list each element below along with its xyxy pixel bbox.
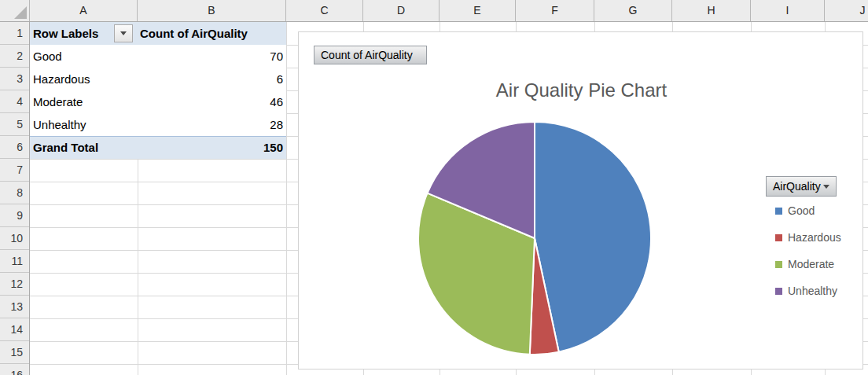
select-all-button[interactable]	[0, 0, 30, 21]
legend-label: Hazardous	[788, 231, 841, 244]
row-header-3[interactable]: 3	[0, 68, 29, 90]
column-header-H[interactable]: H	[672, 0, 751, 21]
row-header-15[interactable]: 15	[0, 341, 29, 364]
grand-total-label[interactable]: Grand Total	[33, 137, 98, 159]
row-header-11[interactable]: 11	[0, 250, 29, 273]
pivot-grand-total-row[interactable]: Grand Total 150	[30, 136, 286, 159]
excel-worksheet: ABCDEFGHIJ 12345678910111213141516 Row L…	[0, 0, 868, 375]
legend-field-button-label: AirQuality	[773, 180, 821, 193]
row-header-10[interactable]: 10	[0, 227, 29, 250]
legend-label: Moderate	[788, 258, 834, 270]
legend-label: Good	[788, 204, 815, 217]
column-header-F[interactable]: F	[516, 0, 594, 21]
row-header-14[interactable]: 14	[0, 318, 29, 341]
column-header-E[interactable]: E	[440, 0, 516, 21]
value-field-button-label: Count of AirQuality	[321, 49, 413, 61]
grand-total-value[interactable]: 150	[138, 137, 286, 159]
row-header-8[interactable]: 8	[0, 182, 29, 204]
legend-label: Unhealthy	[788, 285, 837, 297]
row-header-5[interactable]: 5	[0, 113, 29, 136]
legend-field-button[interactable]: AirQuality	[766, 176, 837, 197]
dropdown-arrow-icon	[120, 31, 127, 35]
legend-swatch-icon	[775, 288, 782, 295]
row-header-9[interactable]: 9	[0, 204, 29, 227]
pivot-row-value[interactable]: 46	[138, 90, 286, 113]
legend-swatch-icon	[775, 208, 782, 215]
dropdown-arrow-icon	[823, 185, 829, 189]
legend-item-moderate[interactable]: Moderate	[775, 257, 841, 271]
legend-item-hazardous[interactable]: Hazardous	[775, 230, 841, 244]
pivot-row: Hazardous6	[30, 68, 286, 90]
column-header-A[interactable]: A	[30, 0, 138, 21]
legend-item-good[interactable]: Good	[775, 204, 841, 218]
pivot-row-value[interactable]: 70	[138, 45, 286, 68]
row-header-4[interactable]: 4	[0, 90, 29, 113]
column-header-I[interactable]: I	[751, 0, 825, 21]
legend-item-unhealthy[interactable]: Unhealthy	[775, 284, 841, 298]
row-header-7[interactable]: 7	[0, 159, 29, 182]
row-header-2[interactable]: 2	[0, 45, 29, 68]
pivot-row: Unhealthy28	[30, 113, 286, 136]
row-header-12[interactable]: 12	[0, 273, 29, 296]
pivot-row: Moderate46	[30, 90, 286, 113]
column-header-D[interactable]: D	[363, 0, 440, 21]
pivot-row: Good70	[30, 45, 286, 68]
row-labels-filter-button[interactable]	[114, 24, 133, 42]
pivot-row-label[interactable]: Good	[33, 45, 62, 68]
row-header-1[interactable]: 1	[0, 22, 29, 45]
row-header-13[interactable]: 13	[0, 296, 29, 318]
pivot-row-value[interactable]: 6	[138, 68, 286, 90]
value-field-button[interactable]: Count of AirQuality	[314, 46, 427, 64]
pivot-pie-chart[interactable]: Count of AirQuality Air Quality Pie Char…	[298, 31, 863, 369]
chart-legend: GoodHazardousModerateUnhealthy	[775, 204, 841, 311]
pivot-row-label[interactable]: Moderate	[33, 90, 83, 113]
gridline	[286, 22, 287, 375]
chart-title[interactable]: Air Quality Pie Chart	[299, 77, 864, 104]
column-header-G[interactable]: G	[594, 0, 672, 21]
pie-plot-area[interactable]	[417, 120, 653, 356]
legend-swatch-icon	[775, 234, 782, 241]
column-header-J[interactable]: J	[825, 0, 868, 21]
select-all-triangle-icon	[14, 6, 27, 19]
legend-swatch-icon	[775, 261, 782, 268]
pivot-row-label[interactable]: Hazardous	[33, 68, 90, 90]
pivot-header-row: Row Labels Count of AirQuality	[30, 22, 286, 45]
column-header-B[interactable]: B	[138, 0, 286, 21]
row-header-16[interactable]: 16	[0, 364, 29, 375]
pivot-table[interactable]: Row Labels Count of AirQuality Good70Haz…	[30, 22, 286, 159]
column-header-C[interactable]: C	[286, 0, 363, 21]
pivot-header-row-labels[interactable]: Row Labels	[33, 22, 98, 45]
column-header-row: ABCDEFGHIJ	[0, 0, 868, 22]
pivot-row-label[interactable]: Unhealthy	[33, 113, 86, 136]
pivot-row-value[interactable]: 28	[138, 113, 286, 136]
row-header-column: 12345678910111213141516	[0, 22, 30, 375]
pivot-data-rows: Good70Hazardous6Moderate46Unhealthy28	[30, 45, 286, 136]
pivot-header-values[interactable]: Count of AirQuality	[140, 22, 248, 45]
row-header-6[interactable]: 6	[0, 136, 29, 159]
